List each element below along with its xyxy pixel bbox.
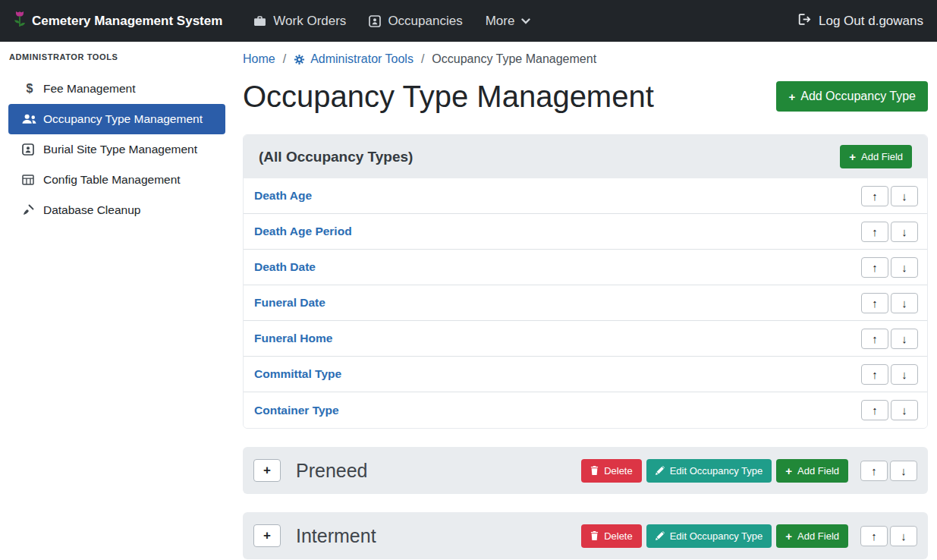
nav-work-orders[interactable]: Work Orders: [253, 14, 346, 29]
delete-button[interactable]: Delete: [581, 524, 642, 548]
reorder-controls: ↑ ↓: [860, 461, 917, 481]
brand[interactable]: Cemetery Management System: [14, 11, 222, 31]
breadcrumb-current: Occupancy Type Management: [432, 52, 596, 66]
breadcrumb-separator: /: [421, 52, 424, 66]
nav-occupancies[interactable]: Occupancies: [369, 14, 462, 29]
occupancies-icon: [369, 15, 381, 27]
main-content: Home / Administrator Tools / Occupancy T…: [234, 42, 937, 560]
field-row: Death Date ↑ ↓: [244, 250, 927, 285]
add-field-button[interactable]: + Add Field: [840, 145, 912, 168]
move-up-button[interactable]: ↑: [861, 257, 888, 278]
move-up-button[interactable]: ↑: [860, 461, 888, 481]
sidebar-item-fee-management[interactable]: $ Fee Management: [8, 74, 225, 104]
edit-occupancy-type-button[interactable]: Edit Occupancy Type: [646, 524, 772, 548]
brand-title[interactable]: Cemetery Management System: [32, 14, 222, 29]
expand-button[interactable]: +: [253, 459, 281, 482]
move-up-button[interactable]: ↑: [860, 526, 888, 546]
section-title: Interment: [296, 525, 376, 547]
add-field-button[interactable]: + Add Field: [776, 459, 848, 483]
sidebar-item-burial-site-type-management[interactable]: Burial Site Type Management: [8, 134, 225, 165]
sidebar-item-label: Burial Site Type Management: [43, 143, 197, 156]
breadcrumb-home[interactable]: Home: [243, 52, 275, 66]
add-field-button[interactable]: + Add Field: [776, 524, 848, 548]
broom-icon: [22, 204, 40, 216]
section-interment: + Interment Delete: [243, 512, 928, 559]
all-occupancy-types-header: (All Occupancy Types) + Add Field: [244, 135, 927, 178]
move-up-button[interactable]: ↑: [861, 400, 888, 420]
field-row: Committal Type ↑ ↓: [244, 357, 927, 392]
nav-more-label: More: [486, 14, 515, 29]
field-link-committal-type[interactable]: Committal Type: [254, 367, 341, 381]
sidebar-item-label: Occupancy Type Management: [43, 112, 203, 126]
move-up-button[interactable]: ↑: [861, 186, 888, 206]
expand-button[interactable]: +: [253, 524, 281, 547]
move-down-button[interactable]: ↓: [891, 329, 918, 349]
logout-link[interactable]: Log Out d.gowans: [798, 14, 923, 29]
chevron-down-icon: [521, 18, 530, 24]
sidebar-item-label: Config Table Management: [43, 173, 181, 187]
field-link-death-age-period[interactable]: Death Age Period: [254, 225, 352, 238]
field-link-funeral-home[interactable]: Funeral Home: [254, 332, 332, 345]
move-down-button[interactable]: ↓: [890, 461, 917, 481]
field-link-container-type[interactable]: Container Type: [254, 404, 339, 417]
move-down-button[interactable]: ↓: [891, 293, 918, 313]
sidebar-heading: ADMINISTRATOR TOOLS: [0, 52, 234, 61]
plus-icon: +: [785, 465, 792, 477]
move-up-button[interactable]: ↑: [861, 364, 888, 385]
nav-more[interactable]: More: [486, 14, 531, 29]
logout-label: Log Out d.gowans: [819, 14, 923, 29]
top-navbar: Cemetery Management System Work Orders O…: [0, 0, 937, 42]
move-up-button[interactable]: ↑: [861, 222, 888, 242]
delete-button[interactable]: Delete: [581, 459, 642, 483]
breadcrumb-administrator-tools[interactable]: Administrator Tools: [294, 52, 413, 66]
add-field-label: Add Field: [861, 151, 903, 162]
field-row: Death Age Period ↑ ↓: [244, 214, 927, 250]
reorder-controls: ↑ ↓: [861, 293, 918, 313]
card-title: (All Occupancy Types): [259, 149, 413, 165]
field-link-funeral-date[interactable]: Funeral Date: [254, 296, 325, 310]
sidebar-item-occupancy-type-management[interactable]: Occupancy Type Management: [8, 104, 225, 134]
move-up-button[interactable]: ↑: [861, 293, 888, 313]
sidebar-item-label: Database Cleanup: [43, 203, 140, 217]
move-down-button[interactable]: ↓: [891, 186, 918, 206]
section-preneed: + Preneed Delete: [243, 447, 928, 494]
section-actions: Delete Edit Occupancy Type + Add Field: [581, 524, 917, 548]
move-down-button[interactable]: ↓: [890, 526, 917, 546]
reorder-controls: ↑ ↓: [861, 400, 918, 420]
field-link-death-age[interactable]: Death Age: [254, 189, 312, 203]
delete-label: Delete: [604, 530, 633, 542]
field-row: Funeral Home ↑ ↓: [244, 321, 927, 357]
nav-work-orders-label: Work Orders: [273, 14, 346, 29]
flower-logo-icon: [14, 11, 26, 31]
reorder-controls: ↑ ↓: [861, 222, 918, 242]
edit-occupancy-type-button[interactable]: Edit Occupancy Type: [646, 459, 772, 483]
move-down-button[interactable]: ↓: [891, 257, 918, 278]
section-actions: Delete Edit Occupancy Type + Add Field: [581, 459, 917, 483]
field-row: Container Type ↑ ↓: [244, 392, 927, 428]
work-orders-icon: [253, 14, 266, 27]
gear-icon: [294, 54, 305, 65]
trash-icon: [590, 466, 599, 475]
reorder-controls: ↑ ↓: [860, 526, 917, 546]
move-down-button[interactable]: ↓: [891, 364, 918, 385]
sidebar: ADMINISTRATOR TOOLS $ Fee Management Occ…: [0, 42, 234, 560]
sidebar-item-database-cleanup[interactable]: Database Cleanup: [8, 195, 225, 225]
sidebar-item-config-table-management[interactable]: Config Table Management: [8, 165, 225, 195]
plus-icon: +: [788, 91, 795, 102]
move-down-button[interactable]: ↓: [891, 400, 918, 420]
plus-icon: +: [849, 151, 856, 162]
reorder-controls: ↑ ↓: [861, 257, 918, 278]
reorder-controls: ↑ ↓: [861, 364, 918, 385]
add-occupancy-type-button[interactable]: + Add Occupancy Type: [776, 81, 928, 112]
dollar-icon: $: [22, 82, 37, 96]
table-icon: [22, 174, 40, 186]
logout-icon: [798, 14, 812, 29]
section-title: Preneed: [296, 460, 368, 482]
trash-icon: [590, 531, 599, 540]
move-down-button[interactable]: ↓: [891, 222, 918, 242]
field-row: Death Age ↑ ↓: [244, 178, 927, 214]
pencil-icon: [656, 531, 665, 540]
add-field-label: Add Field: [797, 465, 839, 477]
field-link-death-date[interactable]: Death Date: [254, 260, 316, 274]
move-up-button[interactable]: ↑: [861, 329, 888, 349]
